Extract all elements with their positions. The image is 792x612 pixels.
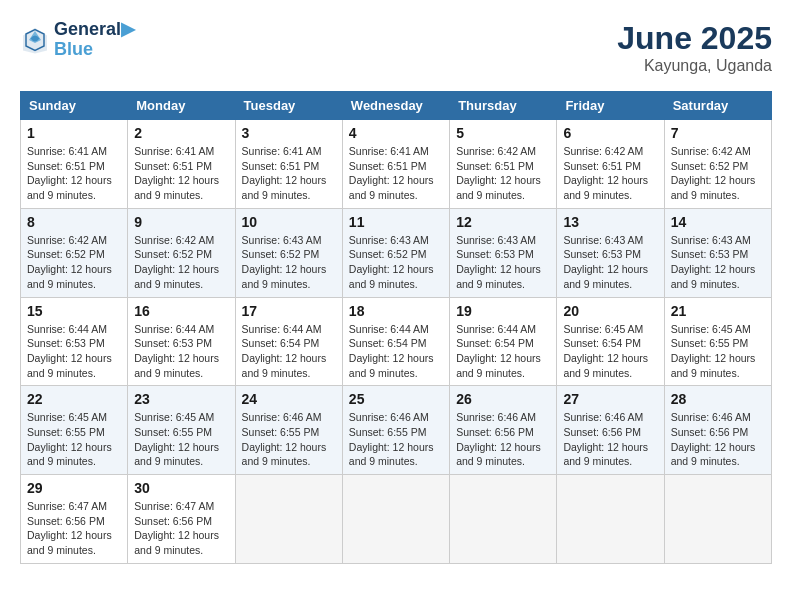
day-info: Sunrise: 6:43 AM Sunset: 6:52 PM Dayligh…: [349, 233, 443, 292]
calendar-day-cell: [450, 475, 557, 564]
day-info: Sunrise: 6:41 AM Sunset: 6:51 PM Dayligh…: [134, 144, 228, 203]
calendar-day-cell: 20 Sunrise: 6:45 AM Sunset: 6:54 PM Dayl…: [557, 297, 664, 386]
calendar-day-cell: 23 Sunrise: 6:45 AM Sunset: 6:55 PM Dayl…: [128, 386, 235, 475]
calendar-day-cell: [664, 475, 771, 564]
weekday-header: Sunday: [21, 92, 128, 120]
weekday-header: Friday: [557, 92, 664, 120]
calendar-day-cell: 7 Sunrise: 6:42 AM Sunset: 6:52 PM Dayli…: [664, 120, 771, 209]
calendar-subtitle: Kayunga, Uganda: [617, 57, 772, 75]
day-number: 28: [671, 391, 765, 407]
day-number: 15: [27, 303, 121, 319]
day-number: 1: [27, 125, 121, 141]
day-info: Sunrise: 6:45 AM Sunset: 6:54 PM Dayligh…: [563, 322, 657, 381]
day-info: Sunrise: 6:42 AM Sunset: 6:52 PM Dayligh…: [671, 144, 765, 203]
weekday-header: Tuesday: [235, 92, 342, 120]
calendar-day-cell: 3 Sunrise: 6:41 AM Sunset: 6:51 PM Dayli…: [235, 120, 342, 209]
day-number: 24: [242, 391, 336, 407]
calendar-day-cell: 27 Sunrise: 6:46 AM Sunset: 6:56 PM Dayl…: [557, 386, 664, 475]
page-header: General▶ Blue June 2025 Kayunga, Uganda: [20, 20, 772, 75]
calendar-day-cell: 6 Sunrise: 6:42 AM Sunset: 6:51 PM Dayli…: [557, 120, 664, 209]
day-number: 14: [671, 214, 765, 230]
calendar-day-cell: 18 Sunrise: 6:44 AM Sunset: 6:54 PM Dayl…: [342, 297, 449, 386]
day-number: 2: [134, 125, 228, 141]
day-number: 5: [456, 125, 550, 141]
calendar-day-cell: 19 Sunrise: 6:44 AM Sunset: 6:54 PM Dayl…: [450, 297, 557, 386]
day-number: 16: [134, 303, 228, 319]
calendar-day-cell: 30 Sunrise: 6:47 AM Sunset: 6:56 PM Dayl…: [128, 475, 235, 564]
calendar-week-row: 22 Sunrise: 6:45 AM Sunset: 6:55 PM Dayl…: [21, 386, 772, 475]
calendar-week-row: 8 Sunrise: 6:42 AM Sunset: 6:52 PM Dayli…: [21, 208, 772, 297]
calendar-day-cell: 4 Sunrise: 6:41 AM Sunset: 6:51 PM Dayli…: [342, 120, 449, 209]
day-number: 18: [349, 303, 443, 319]
day-number: 3: [242, 125, 336, 141]
day-info: Sunrise: 6:44 AM Sunset: 6:54 PM Dayligh…: [456, 322, 550, 381]
calendar-day-cell: 26 Sunrise: 6:46 AM Sunset: 6:56 PM Dayl…: [450, 386, 557, 475]
day-info: Sunrise: 6:41 AM Sunset: 6:51 PM Dayligh…: [27, 144, 121, 203]
day-info: Sunrise: 6:45 AM Sunset: 6:55 PM Dayligh…: [27, 410, 121, 469]
weekday-header: Wednesday: [342, 92, 449, 120]
day-number: 4: [349, 125, 443, 141]
weekday-header: Thursday: [450, 92, 557, 120]
calendar-day-cell: 11 Sunrise: 6:43 AM Sunset: 6:52 PM Dayl…: [342, 208, 449, 297]
calendar-day-cell: 5 Sunrise: 6:42 AM Sunset: 6:51 PM Dayli…: [450, 120, 557, 209]
calendar-day-cell: 24 Sunrise: 6:46 AM Sunset: 6:55 PM Dayl…: [235, 386, 342, 475]
day-info: Sunrise: 6:44 AM Sunset: 6:54 PM Dayligh…: [242, 322, 336, 381]
day-info: Sunrise: 6:45 AM Sunset: 6:55 PM Dayligh…: [671, 322, 765, 381]
day-info: Sunrise: 6:46 AM Sunset: 6:55 PM Dayligh…: [349, 410, 443, 469]
day-info: Sunrise: 6:47 AM Sunset: 6:56 PM Dayligh…: [27, 499, 121, 558]
calendar-day-cell: 16 Sunrise: 6:44 AM Sunset: 6:53 PM Dayl…: [128, 297, 235, 386]
weekday-header-row: SundayMondayTuesdayWednesdayThursdayFrid…: [21, 92, 772, 120]
calendar-day-cell: 28 Sunrise: 6:46 AM Sunset: 6:56 PM Dayl…: [664, 386, 771, 475]
logo: General▶ Blue: [20, 20, 135, 60]
day-info: Sunrise: 6:44 AM Sunset: 6:53 PM Dayligh…: [27, 322, 121, 381]
calendar-week-row: 15 Sunrise: 6:44 AM Sunset: 6:53 PM Dayl…: [21, 297, 772, 386]
day-info: Sunrise: 6:42 AM Sunset: 6:51 PM Dayligh…: [563, 144, 657, 203]
day-info: Sunrise: 6:42 AM Sunset: 6:52 PM Dayligh…: [134, 233, 228, 292]
day-info: Sunrise: 6:43 AM Sunset: 6:53 PM Dayligh…: [671, 233, 765, 292]
day-number: 29: [27, 480, 121, 496]
day-info: Sunrise: 6:43 AM Sunset: 6:53 PM Dayligh…: [563, 233, 657, 292]
day-number: 7: [671, 125, 765, 141]
day-info: Sunrise: 6:46 AM Sunset: 6:56 PM Dayligh…: [563, 410, 657, 469]
calendar-day-cell: 22 Sunrise: 6:45 AM Sunset: 6:55 PM Dayl…: [21, 386, 128, 475]
day-number: 22: [27, 391, 121, 407]
day-number: 13: [563, 214, 657, 230]
day-number: 20: [563, 303, 657, 319]
day-info: Sunrise: 6:44 AM Sunset: 6:53 PM Dayligh…: [134, 322, 228, 381]
calendar-day-cell: 21 Sunrise: 6:45 AM Sunset: 6:55 PM Dayl…: [664, 297, 771, 386]
calendar-table: SundayMondayTuesdayWednesdayThursdayFrid…: [20, 91, 772, 564]
day-info: Sunrise: 6:46 AM Sunset: 6:56 PM Dayligh…: [456, 410, 550, 469]
calendar-day-cell: 12 Sunrise: 6:43 AM Sunset: 6:53 PM Dayl…: [450, 208, 557, 297]
day-info: Sunrise: 6:47 AM Sunset: 6:56 PM Dayligh…: [134, 499, 228, 558]
calendar-day-cell: 8 Sunrise: 6:42 AM Sunset: 6:52 PM Dayli…: [21, 208, 128, 297]
day-info: Sunrise: 6:42 AM Sunset: 6:52 PM Dayligh…: [27, 233, 121, 292]
day-number: 25: [349, 391, 443, 407]
calendar-day-cell: 14 Sunrise: 6:43 AM Sunset: 6:53 PM Dayl…: [664, 208, 771, 297]
calendar-title: June 2025: [617, 20, 772, 57]
calendar-day-cell: 17 Sunrise: 6:44 AM Sunset: 6:54 PM Dayl…: [235, 297, 342, 386]
calendar-day-cell: 9 Sunrise: 6:42 AM Sunset: 6:52 PM Dayli…: [128, 208, 235, 297]
day-number: 12: [456, 214, 550, 230]
logo-text: General▶ Blue: [54, 20, 135, 60]
day-number: 27: [563, 391, 657, 407]
day-number: 8: [27, 214, 121, 230]
title-section: June 2025 Kayunga, Uganda: [617, 20, 772, 75]
day-info: Sunrise: 6:42 AM Sunset: 6:51 PM Dayligh…: [456, 144, 550, 203]
day-number: 11: [349, 214, 443, 230]
calendar-day-cell: 25 Sunrise: 6:46 AM Sunset: 6:55 PM Dayl…: [342, 386, 449, 475]
weekday-header: Monday: [128, 92, 235, 120]
day-number: 10: [242, 214, 336, 230]
day-info: Sunrise: 6:45 AM Sunset: 6:55 PM Dayligh…: [134, 410, 228, 469]
day-info: Sunrise: 6:46 AM Sunset: 6:56 PM Dayligh…: [671, 410, 765, 469]
day-info: Sunrise: 6:43 AM Sunset: 6:53 PM Dayligh…: [456, 233, 550, 292]
calendar-day-cell: 15 Sunrise: 6:44 AM Sunset: 6:53 PM Dayl…: [21, 297, 128, 386]
day-number: 23: [134, 391, 228, 407]
calendar-day-cell: [235, 475, 342, 564]
calendar-week-row: 1 Sunrise: 6:41 AM Sunset: 6:51 PM Dayli…: [21, 120, 772, 209]
day-info: Sunrise: 6:46 AM Sunset: 6:55 PM Dayligh…: [242, 410, 336, 469]
day-number: 21: [671, 303, 765, 319]
day-number: 26: [456, 391, 550, 407]
day-number: 30: [134, 480, 228, 496]
calendar-day-cell: [342, 475, 449, 564]
calendar-day-cell: 1 Sunrise: 6:41 AM Sunset: 6:51 PM Dayli…: [21, 120, 128, 209]
